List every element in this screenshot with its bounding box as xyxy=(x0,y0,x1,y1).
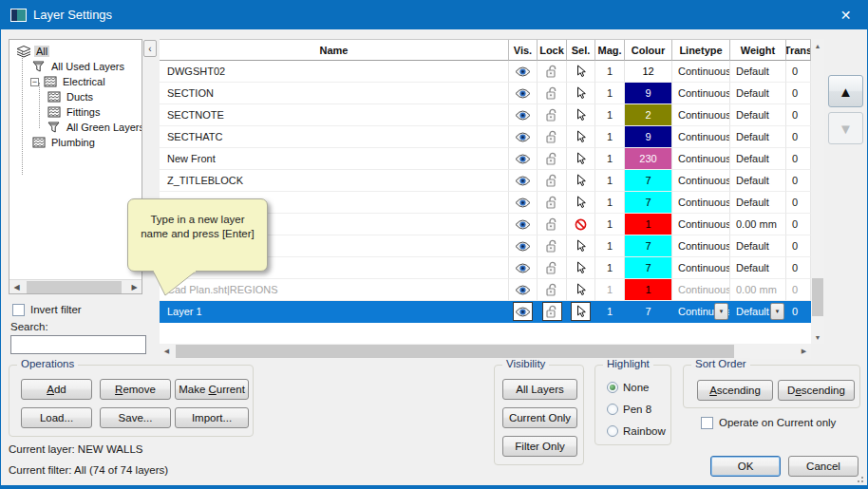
lock-cell[interactable] xyxy=(538,126,567,148)
dropdown-arrow-icon[interactable]: ▼ xyxy=(714,303,728,320)
add-button[interactable]: Add xyxy=(21,379,92,400)
scroll-up-icon[interactable]: ▲ xyxy=(811,39,824,52)
transparency-cell[interactable]: 0 xyxy=(786,279,811,301)
column-header-vis[interactable]: Vis. xyxy=(509,40,538,61)
transparency-cell[interactable]: 0 xyxy=(786,61,811,83)
current-only-button[interactable]: Current Only xyxy=(502,407,577,428)
transparency-cell[interactable]: 0 xyxy=(786,301,811,323)
table-row[interactable]: Layer 1 1 7 Continuous▼ Default▼ 0 xyxy=(160,301,811,323)
cursor-icon[interactable] xyxy=(572,150,590,167)
column-header-sel[interactable]: Sel. xyxy=(567,40,595,61)
horizontal-scrollbar-thumb[interactable] xyxy=(176,345,734,358)
tree-item-fittings[interactable]: Fittings xyxy=(9,104,142,120)
transparency-cell[interactable]: 0 xyxy=(786,148,811,170)
unlock-icon[interactable] xyxy=(543,63,561,80)
tree-item-all-green-layers[interactable]: All Green Layers xyxy=(9,120,142,135)
lock-cell[interactable] xyxy=(538,148,567,170)
transparency-cell[interactable]: 0 xyxy=(786,126,811,148)
lock-cell[interactable] xyxy=(538,235,567,257)
colour-swatch[interactable]: 1 xyxy=(625,214,671,235)
linetype-cell[interactable]: Continuous▼ xyxy=(672,83,730,104)
transparency-cell[interactable]: 0 xyxy=(786,214,811,235)
linetype-cell[interactable]: Continuous▼ xyxy=(672,104,730,126)
transparency-cell[interactable]: 0 xyxy=(786,257,811,279)
visibility-cell[interactable] xyxy=(509,214,538,235)
unlock-icon[interactable] xyxy=(543,172,561,189)
transparency-cell[interactable]: 0 xyxy=(786,170,811,192)
colour-cell[interactable]: 1 xyxy=(625,214,672,235)
colour-swatch[interactable]: 230 xyxy=(625,148,671,169)
eye-icon[interactable] xyxy=(514,281,532,298)
layer-name-cell[interactable]: Layer 1 xyxy=(160,301,509,323)
selectable-cell[interactable] xyxy=(567,126,595,148)
import-button[interactable]: Import... xyxy=(175,407,249,428)
magnification-cell[interactable]: 1 xyxy=(595,279,625,301)
linetype-cell[interactable]: Continuous▼ xyxy=(672,214,730,235)
layer-name-cell[interactable]: Z_TITLEBLOCK xyxy=(160,170,509,192)
cursor-icon[interactable] xyxy=(572,172,590,189)
visibility-cell[interactable] xyxy=(509,104,538,126)
cursor-icon[interactable] xyxy=(572,106,590,123)
highlight-option-pen-8[interactable]: Pen 8 xyxy=(607,404,651,415)
weight-cell[interactable]: 0.00 mm▼ xyxy=(730,214,786,235)
linetype-cell[interactable]: Continuous▼ xyxy=(672,170,730,192)
lock-cell[interactable] xyxy=(538,170,567,192)
lock-cell[interactable] xyxy=(538,257,567,279)
weight-cell[interactable]: Default▼ xyxy=(730,192,786,214)
visibility-cell[interactable] xyxy=(509,235,538,257)
cursor-icon[interactable] xyxy=(572,85,590,102)
linetype-cell[interactable]: Continuous▼ xyxy=(672,192,730,214)
cursor-icon[interactable] xyxy=(572,63,590,80)
lock-cell[interactable] xyxy=(538,279,567,301)
eye-icon[interactable] xyxy=(514,63,532,80)
selectable-cell[interactable] xyxy=(567,301,595,323)
colour-swatch[interactable]: 7 xyxy=(625,301,671,322)
magnification-cell[interactable]: 1 xyxy=(595,126,625,148)
cancel-button[interactable]: Cancel xyxy=(788,456,859,477)
cursor-icon[interactable] xyxy=(572,194,590,211)
column-header-mag[interactable]: Mag. xyxy=(595,40,625,61)
table-row[interactable]: SECTNOTE 1 2 Continuous▼ Default▼ 0 xyxy=(160,104,811,126)
cursor-icon[interactable] xyxy=(572,259,590,276)
weight-cell[interactable]: Default▼ xyxy=(730,301,786,323)
tree-item-all[interactable]: All xyxy=(9,44,142,59)
visibility-cell[interactable] xyxy=(509,61,538,83)
unlock-icon[interactable] xyxy=(543,85,561,102)
weight-cell[interactable]: Default▼ xyxy=(730,61,786,83)
table-row[interactable]: SECTION 1 9 Continuous▼ Default▼ 0 xyxy=(160,83,811,104)
layer-name-cell[interactable]: New Front xyxy=(160,148,509,170)
layer-name-cell[interactable]: SECTNOTE xyxy=(160,104,509,126)
magnification-cell[interactable]: 1 xyxy=(595,170,625,192)
colour-swatch[interactable]: 7 xyxy=(625,170,671,191)
colour-cell[interactable]: 7 xyxy=(625,235,672,257)
column-header-name[interactable]: Name xyxy=(160,40,509,61)
weight-cell[interactable]: Default▼ xyxy=(730,235,786,257)
descending-button[interactable]: Descending xyxy=(778,380,855,401)
cursor-icon[interactable] xyxy=(572,128,590,145)
colour-cell[interactable]: 7 xyxy=(625,257,672,279)
colour-swatch[interactable]: 7 xyxy=(625,192,671,213)
save-button[interactable]: Save... xyxy=(100,407,171,428)
unlock-icon[interactable] xyxy=(543,106,561,123)
unlock-icon[interactable] xyxy=(543,150,561,167)
radio-icon[interactable] xyxy=(607,382,618,393)
eye-icon[interactable] xyxy=(514,303,532,320)
unlock-icon[interactable] xyxy=(543,303,561,320)
radio-icon[interactable] xyxy=(607,404,618,415)
selectable-cell[interactable] xyxy=(567,148,595,170)
visibility-cell[interactable] xyxy=(509,148,538,170)
magnification-cell[interactable]: 1 xyxy=(595,192,625,214)
unlock-icon[interactable] xyxy=(543,281,561,298)
layer-name-cell[interactable]: SECTHATC xyxy=(160,126,509,148)
cursor-icon[interactable] xyxy=(572,303,590,320)
move-layer-down-button[interactable]: ▼ xyxy=(828,112,863,144)
colour-swatch[interactable]: 9 xyxy=(625,126,671,147)
colour-cell[interactable]: 1 xyxy=(625,279,672,301)
linetype-cell[interactable]: Continuous▼ xyxy=(672,235,730,257)
tree-expander-icon[interactable]: − xyxy=(30,78,39,86)
dropdown-arrow-icon[interactable]: ▼ xyxy=(770,303,784,320)
visibility-cell[interactable] xyxy=(509,257,538,279)
radio-icon[interactable] xyxy=(607,425,618,437)
resize-grip[interactable] xyxy=(856,475,863,482)
transparency-cell[interactable]: 0 xyxy=(786,83,811,104)
